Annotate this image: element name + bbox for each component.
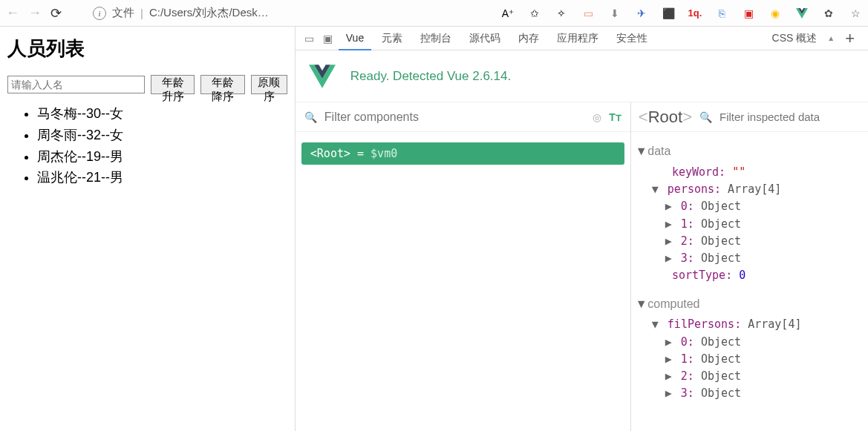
filter-components-row: 🔍 ◎ Tᴛ — [296, 102, 630, 132]
favorite-icon[interactable]: ✩ — [528, 7, 541, 20]
name-input[interactable] — [7, 76, 145, 93]
ext-download-icon[interactable]: ⬇ — [608, 7, 621, 20]
tab-application[interactable]: 应用程序 — [549, 27, 606, 50]
controls-row: 年龄升序 年龄降序 原顺序 — [7, 75, 287, 94]
filter-inspected-input[interactable] — [719, 111, 861, 123]
devtools-panel: ▭ ▣ Vue 元素 控制台 源代码 内存 应用程序 安全性 CSS 概述 ▲ … — [296, 27, 868, 431]
vue-ready-message: Ready. Detected Vue 2.6.14. — [350, 69, 511, 84]
forward-icon[interactable]: → — [28, 5, 42, 21]
devtools-tabs: ▭ ▣ Vue 元素 控制台 源代码 内存 应用程序 安全性 CSS 概述 ▲ … — [296, 27, 868, 50]
tree-row[interactable]: sortType: 0 — [636, 267, 864, 284]
tab-security[interactable]: 安全性 — [609, 27, 655, 50]
search-icon: 🔍 — [304, 111, 317, 123]
list-item: 温兆伦--21--男 — [37, 167, 287, 188]
inspect-element-icon[interactable]: ▭ — [301, 33, 317, 45]
list-item: 周杰伦--19--男 — [37, 146, 287, 168]
components-column: 🔍 ◎ Tᴛ <Root> = $vm0 — [296, 102, 631, 431]
ext-more-icon[interactable]: ☆ — [849, 7, 862, 20]
beta-icon: ▲ — [827, 34, 835, 42]
page-title: 人员列表 — [7, 36, 287, 62]
tab-sources[interactable]: 源代码 — [462, 27, 508, 50]
ext-red-icon[interactable]: ▣ — [742, 7, 755, 20]
page-content: 人员列表 年龄升序 年龄降序 原顺序 马冬梅--30--女 周冬雨--32--女… — [0, 27, 296, 431]
tab-css-overview[interactable]: CSS 概述 — [765, 27, 825, 50]
inspect-root-label: <Root> — [639, 108, 692, 127]
computed-section[interactable]: ▼ computed — [636, 295, 864, 314]
root-tag: <Root> — [310, 147, 350, 160]
data-tree: ▼ data keyWord: "" ▼ persons: Array[4] ▶… — [631, 132, 868, 410]
url-separator: | — [140, 7, 143, 19]
tree-row[interactable]: ▶ 0: Object — [636, 198, 864, 215]
sort-original-button[interactable]: 原顺序 — [251, 75, 287, 94]
ext-doc-icon[interactable]: ⎘ — [715, 7, 728, 20]
target-icon[interactable]: ◎ — [593, 111, 601, 123]
list-item: 周冬雨--32--女 — [37, 125, 287, 146]
ext-idm-icon[interactable]: ◉ — [769, 7, 782, 20]
browser-toolbar: ← → ⟳ i 文件 | C:/Users/刘永杰/Desk… A⁺ ✩ ✧ ▭… — [0, 0, 868, 27]
ext-flickr-icon[interactable]: ⬛ — [662, 7, 675, 20]
url-bar[interactable]: i 文件 | C:/Users/刘永杰/Desk… — [93, 6, 269, 20]
tab-elements[interactable]: 元素 — [374, 27, 410, 50]
refresh-icon[interactable]: ⟳ — [50, 5, 62, 22]
tree-row[interactable]: ▶ 1: Object — [636, 216, 864, 233]
collections-icon[interactable]: ✧ — [555, 7, 568, 20]
tree-row[interactable]: ▶ 2: Object — [636, 368, 864, 385]
vue-banner: Ready. Detected Vue 2.6.14. — [296, 50, 868, 102]
ext-bilibili-icon[interactable]: ▭ — [581, 7, 595, 20]
inspect-header: <Root> 🔍 — [631, 102, 868, 132]
read-aloud-icon[interactable]: A⁺ — [501, 7, 515, 20]
url-path: C:/Users/刘永杰/Desk… — [149, 6, 269, 20]
tab-console[interactable]: 控制台 — [413, 27, 459, 50]
sort-asc-button[interactable]: 年龄升序 — [151, 75, 195, 94]
list-item: 马冬梅--30--女 — [37, 103, 287, 125]
data-section[interactable]: ▼ data — [636, 142, 864, 161]
device-toolbar-icon[interactable]: ▣ — [320, 33, 336, 45]
person-list: 马冬梅--30--女 周冬雨--32--女 周杰伦--19--男 温兆伦--21… — [7, 103, 287, 188]
back-icon[interactable]: ← — [6, 5, 19, 21]
ext-settings-icon[interactable]: ✿ — [822, 7, 835, 20]
extension-icons: A⁺ ✩ ✧ ▭ ⬇ ✈ ⬛ 1q. ⎘ ▣ ◉ ✿ ☆ — [501, 7, 862, 20]
format-icon[interactable]: Tᴛ — [609, 111, 621, 123]
url-file-label: 文件 — [112, 6, 134, 20]
tree-row[interactable]: ▶ 1: Object — [636, 351, 864, 368]
ext-vue-icon[interactable] — [795, 7, 809, 20]
tree-row[interactable]: ▶ 0: Object — [636, 334, 864, 351]
search-icon: 🔍 — [699, 111, 712, 123]
tab-memory[interactable]: 内存 — [511, 27, 546, 50]
tree-row[interactable]: ▶ 3: Object — [636, 385, 864, 402]
tree-row[interactable]: ▼ persons: Array[4] — [636, 181, 864, 198]
tree-row[interactable]: ▶ 2: Object — [636, 233, 864, 250]
tree-row[interactable]: ▶ 3: Object — [636, 250, 864, 267]
add-tab-icon[interactable]: + — [838, 29, 862, 48]
tree-row[interactable]: ▼ filPersons: Array[4] — [636, 316, 864, 333]
ext-1q-icon[interactable]: 1q. — [688, 7, 702, 20]
component-root[interactable]: <Root> = $vm0 — [301, 142, 624, 165]
root-vm: $vm0 — [371, 147, 397, 160]
ext-bird-icon[interactable]: ✈ — [635, 7, 648, 20]
info-icon[interactable]: i — [93, 7, 106, 20]
sort-desc-button[interactable]: 年龄降序 — [200, 75, 244, 94]
vue-logo-icon — [309, 63, 336, 90]
tree-row[interactable]: keyWord: "" — [636, 164, 864, 181]
tab-vue[interactable]: Vue — [339, 27, 371, 50]
inspect-column: <Root> 🔍 ▼ data keyWord: "" ▼ persons: A… — [631, 102, 868, 431]
filter-components-input[interactable] — [324, 111, 585, 124]
